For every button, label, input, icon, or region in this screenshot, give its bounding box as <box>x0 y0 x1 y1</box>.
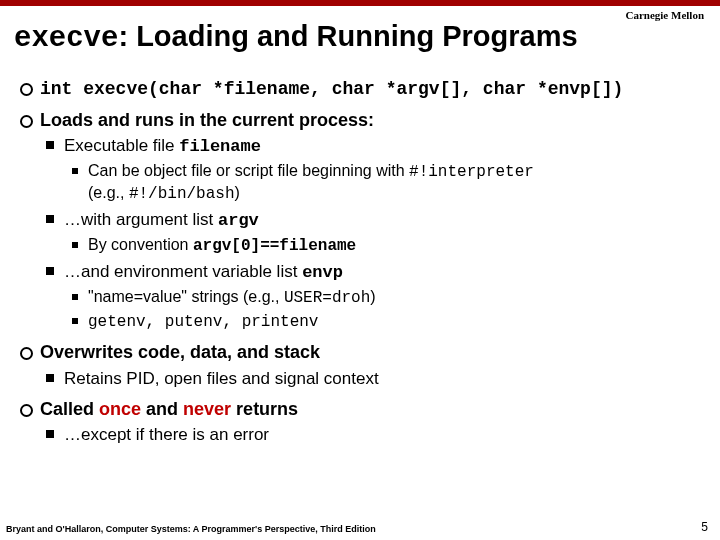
t: #!/bin/bash <box>129 185 235 203</box>
slide-content: execve: Loading and Running Programs int… <box>0 6 720 446</box>
sub-envp-detail1: "name=value" strings (e.g., USER=droh) <box>64 287 710 309</box>
t: …except if there is an error <box>64 425 269 444</box>
sub-executable-detail: Can be object file or script file beginn… <box>64 161 710 205</box>
title-rest: : Loading and Running Programs <box>118 20 577 52</box>
page-number: 5 <box>701 520 708 534</box>
sub-executable-code: filename <box>179 137 261 156</box>
title-code: execve <box>14 22 118 55</box>
bullet-loads: Loads and runs in the current process: E… <box>10 109 710 334</box>
t: By convention <box>88 236 193 253</box>
institution-label: Carnegie Mellon <box>625 9 704 21</box>
t: "name=value" strings (e.g., <box>88 288 284 305</box>
t: ) <box>235 184 240 201</box>
t: Can be object file or script file beginn… <box>88 162 409 179</box>
sub-executable: Executable file filename Can be object f… <box>40 135 710 205</box>
sub-argv-prefix: …with argument list <box>64 210 218 229</box>
t: and <box>141 399 183 419</box>
sub-envp: …and environment variable list envp "nam… <box>40 261 710 334</box>
bullet-loads-text: Loads and runs in the current process: <box>40 110 374 130</box>
sub-envp-prefix: …and environment variable list <box>64 262 302 281</box>
t: argv[0]==filename <box>193 237 356 255</box>
bullet-overwrites-text: Overwrites code, data, and stack <box>40 342 320 362</box>
t: returns <box>231 399 298 419</box>
sub-retains: Retains PID, open files and signal conte… <box>40 368 710 390</box>
bullet-signature: int execve(char *filename, char *argv[],… <box>10 77 710 101</box>
t: Called <box>40 399 99 419</box>
word-never: never <box>183 399 231 419</box>
slide-title: execve: Loading and Running Programs <box>14 20 710 55</box>
bullet-overwrites: Overwrites code, data, and stack Retains… <box>10 341 710 390</box>
sub-argv: …with argument list argv By convention a… <box>40 209 710 257</box>
footer-citation: Bryant and O'Hallaron, Computer Systems:… <box>6 524 376 534</box>
t: USER=droh <box>284 289 370 307</box>
sub-envp-code: envp <box>302 263 343 282</box>
sub-argv-detail: By convention argv[0]==filename <box>64 235 710 257</box>
sub-argv-code: argv <box>218 211 259 230</box>
bullet-list: int execve(char *filename, char *argv[],… <box>10 77 710 446</box>
t: getenv, putenv, printenv <box>88 313 318 331</box>
t: (e.g., <box>88 184 129 201</box>
sub-envp-detail2: getenv, putenv, printenv <box>64 311 710 333</box>
signature-text: int execve(char *filename, char *argv[],… <box>40 79 623 99</box>
t: Retains PID, open files and signal conte… <box>64 369 379 388</box>
t: #!interpreter <box>409 163 534 181</box>
sub-executable-prefix: Executable file <box>64 136 179 155</box>
word-once: once <box>99 399 141 419</box>
t: ) <box>370 288 375 305</box>
sub-except: …except if there is an error <box>40 424 710 446</box>
bullet-called: Called once and never returns …except if… <box>10 398 710 447</box>
